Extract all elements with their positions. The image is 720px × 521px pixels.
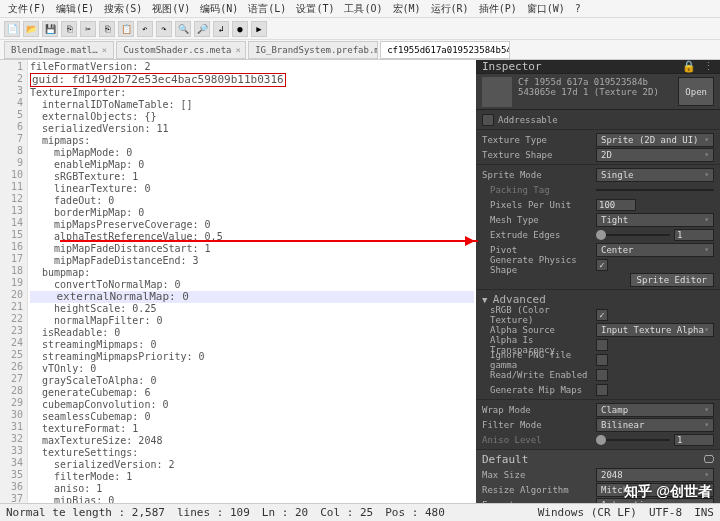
platform-icon[interactable]: 🖵 bbox=[703, 453, 714, 466]
wrap-icon[interactable]: ↲ bbox=[213, 21, 229, 37]
menu-item[interactable]: 工具(O) bbox=[340, 1, 386, 17]
thumbnail-icon bbox=[482, 77, 512, 107]
inspector-panel: Inspector 🔒 ⋮ Cf 1955d 617a 019523584b 5… bbox=[476, 60, 720, 503]
save-icon[interactable]: 💾 bbox=[42, 21, 58, 37]
ignore-png-chk[interactable] bbox=[596, 354, 608, 366]
menu-item[interactable]: 视图(V) bbox=[148, 1, 194, 17]
pivot-dd[interactable]: Center bbox=[596, 243, 714, 257]
close-icon[interactable]: × bbox=[236, 45, 241, 55]
zoom-icon[interactable]: 🔎 bbox=[194, 21, 210, 37]
line-gutter: 1234567891011121314151617181920212223242… bbox=[0, 60, 28, 503]
alpha-tr-chk[interactable] bbox=[596, 339, 608, 351]
editor-tab[interactable]: BlendImage.matl…× bbox=[4, 41, 114, 59]
redo-icon[interactable]: ↷ bbox=[156, 21, 172, 37]
editor-tab[interactable]: CustomShader.cs.meta× bbox=[116, 41, 246, 59]
default-tab[interactable]: Default bbox=[482, 453, 528, 466]
sprite-editor-btn[interactable]: Sprite Editor bbox=[630, 273, 714, 287]
open-icon[interactable]: 📂 bbox=[23, 21, 39, 37]
gen-physics-chk[interactable] bbox=[596, 259, 608, 271]
menu-item[interactable]: ? bbox=[571, 2, 585, 15]
watermark: 知乎 @创世者 bbox=[624, 483, 712, 501]
object-title: Cf 1955d 617a 019523584b 543065e 17d 1 (… bbox=[518, 77, 672, 106]
open-button[interactable]: Open bbox=[678, 77, 714, 106]
new-icon[interactable]: 📄 bbox=[4, 21, 20, 37]
aniso-slider[interactable] bbox=[596, 439, 670, 441]
object-header: Cf 1955d 617a 019523584b 543065e 17d 1 (… bbox=[476, 74, 720, 110]
code-content[interactable]: fileFormatVersion: 2 guid: fd149d2b72e53… bbox=[28, 60, 476, 503]
sprite-mode-dd[interactable]: Single bbox=[596, 168, 714, 182]
lock-icon[interactable]: 🔒 ⋮ bbox=[682, 60, 714, 73]
inspector-title: Inspector bbox=[482, 60, 542, 73]
menu-item[interactable]: 窗口(W) bbox=[523, 1, 569, 17]
undo-icon[interactable]: ↶ bbox=[137, 21, 153, 37]
ppu-field[interactable]: 100 bbox=[596, 199, 636, 211]
annotation-arrow bbox=[60, 240, 478, 242]
menu-item[interactable]: 编辑(E) bbox=[52, 1, 98, 17]
status-bar: Normal te length : 2,587 lines : 109 Ln … bbox=[0, 503, 720, 521]
menu-item[interactable]: 插件(P) bbox=[475, 1, 521, 17]
mip-chk[interactable] bbox=[596, 384, 608, 396]
addressable-chk[interactable] bbox=[482, 114, 494, 126]
texture-type-dd[interactable]: Sprite (2D and UI) bbox=[596, 133, 714, 147]
texture-shape-dd[interactable]: 2D bbox=[596, 148, 714, 162]
extrude-slider[interactable] bbox=[596, 234, 670, 236]
menu-item[interactable]: 文件(F) bbox=[4, 1, 50, 17]
editor-tab[interactable]: cf1955d617a019523584b543065e17d1.jpeg.me… bbox=[380, 41, 510, 59]
cut-icon[interactable]: ✂ bbox=[80, 21, 96, 37]
code-editor[interactable]: 1234567891011121314151617181920212223242… bbox=[0, 60, 476, 503]
record-icon[interactable]: ● bbox=[232, 21, 248, 37]
editor-tab[interactable]: IG_BrandSystem.prefab.meta× bbox=[248, 41, 378, 59]
addressable-lbl: Addressable bbox=[498, 115, 608, 125]
filter-dd[interactable]: Bilinear bbox=[596, 418, 714, 432]
menu-item[interactable]: 语言(L) bbox=[244, 1, 290, 17]
close-icon[interactable]: × bbox=[102, 45, 107, 55]
srgb-chk[interactable] bbox=[596, 309, 608, 321]
rw-chk[interactable] bbox=[596, 369, 608, 381]
menu-item[interactable]: 设置(T) bbox=[292, 1, 338, 17]
packing-tag[interactable] bbox=[596, 189, 714, 191]
wrap-dd[interactable]: Clamp bbox=[596, 403, 714, 417]
toolbar: 📄 📂 💾 ⎘ ✂ ⎘ 📋 ↶ ↷ 🔍 🔎 ↲ ● ▶ bbox=[0, 18, 720, 40]
play-icon[interactable]: ▶ bbox=[251, 21, 267, 37]
menu-item[interactable]: 编码(N) bbox=[196, 1, 242, 17]
search-icon[interactable]: 🔍 bbox=[175, 21, 191, 37]
menu-item[interactable]: 运行(R) bbox=[427, 1, 473, 17]
menu-item[interactable]: 搜索(S) bbox=[100, 1, 146, 17]
paste-icon[interactable]: 📋 bbox=[118, 21, 134, 37]
inspector-header: Inspector 🔒 ⋮ bbox=[476, 60, 720, 74]
menu-item[interactable]: 宏(M) bbox=[389, 1, 425, 17]
maxsize-dd[interactable]: 2048 bbox=[596, 468, 714, 482]
alpha-src-dd[interactable]: Input Texture Alpha bbox=[596, 323, 714, 337]
mesh-type-dd[interactable]: Tight bbox=[596, 213, 714, 227]
copy-icon[interactable]: ⎘ bbox=[99, 21, 115, 37]
tab-bar: BlendImage.matl…×CustomShader.cs.meta×IG… bbox=[0, 40, 720, 60]
menu-bar: 文件(F)编辑(E)搜索(S)视图(V)编码(N)语言(L)设置(T)工具(O)… bbox=[0, 0, 720, 18]
saveall-icon[interactable]: ⎘ bbox=[61, 21, 77, 37]
